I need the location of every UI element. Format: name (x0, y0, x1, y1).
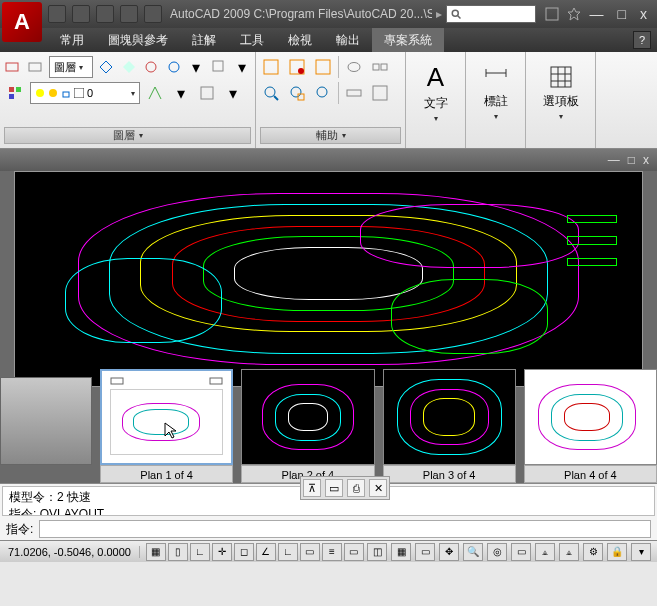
pan-button[interactable]: ✥ (439, 543, 459, 561)
osnap-toggle[interactable]: ◻ (234, 543, 254, 561)
qat-new-button[interactable] (48, 5, 66, 23)
qat-open-button[interactable] (72, 5, 90, 23)
chevron-down-icon: ▾ (434, 114, 438, 123)
layer-freeze-icon[interactable] (164, 56, 183, 78)
svg-rect-16 (201, 87, 213, 99)
otrack-toggle[interactable]: ∠ (256, 543, 276, 561)
layer-status-dropdown[interactable]: 0 ▾ (30, 82, 140, 104)
grid-toggle[interactable]: ▯ (168, 543, 188, 561)
tab-tools[interactable]: 工具 (228, 28, 276, 52)
layer-iso-icon[interactable] (97, 56, 116, 78)
annovis-button[interactable]: ⟁ (559, 543, 579, 561)
ws-button[interactable]: ⚙ (583, 543, 603, 561)
lock-button[interactable]: 🔒 (607, 543, 627, 561)
app-logo[interactable]: A (2, 2, 42, 42)
layer-tool2-icon[interactable]: ▾ (232, 56, 251, 78)
layer-dropdown[interactable]: 圖層▾ (49, 56, 92, 78)
qp-toggle[interactable]: ▭ (344, 543, 364, 561)
dyn-toggle[interactable]: ▭ (300, 543, 320, 561)
panel-title-layers[interactable]: 圖層▾ (4, 127, 251, 144)
layer-tool1-icon[interactable] (210, 56, 229, 78)
qv-layouts-button[interactable]: ▦ (391, 543, 411, 561)
layout-thumb-4[interactable]: Plan 4 of 4 (524, 369, 657, 483)
aux-find-icon[interactable] (312, 82, 334, 104)
lwt-toggle[interactable]: ≡ (322, 543, 342, 561)
layer-list-icon[interactable] (27, 56, 46, 78)
annoscale-button[interactable]: ⟁ (535, 543, 555, 561)
model-button[interactable]: ◫ (367, 543, 387, 561)
layout-thumb-3[interactable]: Plan 3 of 4 (383, 369, 516, 483)
aux-tool2-icon[interactable] (286, 56, 308, 78)
pin-icon[interactable]: ⊼ (303, 479, 321, 497)
command-history-line: 指令: QVLAYOUT (9, 506, 648, 516)
svg-rect-39 (210, 378, 222, 384)
ducs-toggle[interactable]: ∟ (278, 543, 298, 561)
qat-redo-button[interactable] (144, 5, 162, 23)
svg-point-23 (265, 87, 275, 97)
optionboard-button[interactable]: 選項板 ▾ (530, 56, 591, 128)
aux-tool3-icon[interactable] (312, 56, 334, 78)
svg-rect-10 (16, 87, 21, 92)
qv-drawings-button[interactable]: ▭ (415, 543, 435, 561)
tab-annotate[interactable]: 註解 (180, 28, 228, 52)
polar-toggle[interactable]: ✛ (212, 543, 232, 561)
search-input[interactable] (446, 5, 536, 23)
ortho-toggle[interactable]: ∟ (190, 543, 210, 561)
aux-zoom-icon[interactable] (260, 82, 282, 104)
qat-undo-button[interactable] (120, 5, 138, 23)
cursor-icon (164, 422, 178, 440)
tab-common[interactable]: 常用 (48, 28, 96, 52)
qat-save-button[interactable] (96, 5, 114, 23)
tab-blocks[interactable]: 圖塊與參考 (96, 28, 180, 52)
steering-button[interactable]: ◎ (487, 543, 507, 561)
aux-link2-icon[interactable] (369, 56, 391, 78)
maximize-button[interactable]: □ (618, 6, 626, 22)
aux-tool6-icon[interactable] (343, 82, 365, 104)
aux-tool1-icon[interactable] (260, 56, 282, 78)
panel-title-aux[interactable]: 輔助▾ (260, 127, 401, 144)
drawing-maximize-button[interactable]: □ (628, 153, 635, 167)
layer-props-icon[interactable] (4, 82, 26, 104)
layer-tool3-icon[interactable] (196, 82, 218, 104)
layout-thumb-2[interactable]: Plan 2 of 4 (241, 369, 374, 483)
drawing-close-button[interactable]: x (643, 153, 649, 167)
aux-link1-icon[interactable] (343, 56, 365, 78)
tab-view[interactable]: 檢視 (276, 28, 324, 52)
new-layout-icon[interactable]: ▭ (325, 479, 343, 497)
layer-prev-icon[interactable] (119, 56, 138, 78)
status-bar: 71.0206, -0.5046, 0.0000 ▦ ▯ ∟ ✛ ◻ ∠ ∟ ▭… (0, 540, 657, 562)
snap-toggle[interactable]: ▦ (146, 543, 166, 561)
annotate-button[interactable]: 標註 ▾ (470, 56, 521, 128)
help-button[interactable]: ? (633, 31, 651, 49)
aux-tool7-icon[interactable] (369, 82, 391, 104)
publish-icon[interactable]: ⎙ (347, 479, 365, 497)
drawing-minimize-button[interactable]: — (608, 153, 620, 167)
layout-nav-toolbar: ⊼ ▭ ⎙ ✕ (300, 476, 390, 500)
text-button[interactable]: A 文字 ▾ (410, 56, 461, 128)
chevron-down-icon: ▾ (79, 63, 83, 72)
aux-zoomwin-icon[interactable] (286, 82, 308, 104)
tab-project-system[interactable]: 專案系統 (372, 28, 444, 52)
command-input[interactable] (39, 520, 651, 538)
zoom-button[interactable]: 🔍 (463, 543, 483, 561)
tray-button[interactable]: ▾ (631, 543, 651, 561)
layer-state-icon[interactable] (4, 56, 23, 78)
svg-rect-22 (381, 64, 387, 70)
layer-tool4-icon[interactable]: ▾ (222, 82, 244, 104)
close-qv-icon[interactable]: ✕ (369, 479, 387, 497)
infocenter-icon[interactable] (544, 6, 560, 22)
layer-more2-icon[interactable]: ▾ (170, 82, 192, 104)
window-title: AutoCAD 2009 C:\Program Files\AutoCAD 20… (170, 7, 432, 21)
showmotion-button[interactable]: ▭ (511, 543, 531, 561)
layer-match-icon[interactable] (144, 82, 166, 104)
minimize-button[interactable]: — (590, 6, 604, 22)
layout-thumb-1[interactable]: Plan 1 of 4 (100, 369, 233, 483)
model-viewport[interactable] (14, 171, 643, 387)
optionboard-label: 選項板 (543, 93, 579, 110)
favorite-icon[interactable] (566, 6, 582, 22)
sun-icon (48, 88, 58, 98)
layer-off-icon[interactable] (142, 56, 161, 78)
layer-more1-icon[interactable]: ▾ (187, 56, 206, 78)
tab-output[interactable]: 輸出 (324, 28, 372, 52)
close-button[interactable]: x (640, 6, 647, 22)
